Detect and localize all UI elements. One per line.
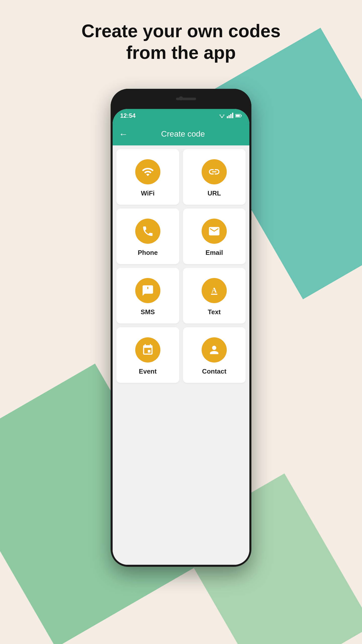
- event-icon: [142, 344, 154, 356]
- wifi-icon: [142, 166, 154, 178]
- phone-icon-circle: [135, 219, 160, 244]
- phone-speaker: [176, 98, 196, 100]
- svg-rect-5: [241, 115, 242, 116]
- email-label: Email: [206, 249, 223, 257]
- phone-frame: 12:54: [111, 89, 251, 567]
- text-icon: A: [208, 284, 220, 297]
- code-card-event[interactable]: Event: [116, 327, 179, 383]
- url-label: URL: [208, 189, 221, 197]
- text-icon-circle: A: [202, 278, 227, 303]
- battery-icon: [235, 114, 242, 118]
- wifi-status-icon: [219, 113, 225, 118]
- email-icon: [208, 225, 220, 237]
- status-time: 12:54: [120, 112, 135, 119]
- status-bar: 12:54: [113, 109, 249, 123]
- app-bar: ← Create code: [113, 123, 249, 145]
- phone-screen: 12:54: [113, 109, 249, 565]
- contact-icon-circle: [202, 337, 227, 363]
- svg-rect-8: [147, 289, 148, 290]
- phone-label: Phone: [138, 249, 158, 257]
- code-card-wifi[interactable]: WiFi: [116, 149, 179, 205]
- volume-button: [251, 189, 251, 210]
- contact-icon: [208, 344, 220, 356]
- phone-notch: [111, 89, 251, 109]
- app-bar-title: Create code: [133, 129, 243, 139]
- code-card-contact[interactable]: Contact: [183, 327, 246, 383]
- svg-rect-7: [145, 289, 146, 290]
- email-icon-circle: [202, 219, 227, 244]
- sms-icon-circle: [135, 278, 160, 303]
- svg-rect-6: [236, 115, 240, 117]
- wifi-icon-circle: [135, 159, 160, 184]
- event-icon-circle: [135, 337, 160, 363]
- code-card-email[interactable]: Email: [183, 209, 246, 264]
- svg-rect-9: [149, 289, 150, 290]
- code-card-text[interactable]: A Text: [183, 268, 246, 324]
- url-icon-circle: [202, 159, 227, 184]
- sms-icon: [142, 284, 154, 297]
- page-title: Create your own codes from the app: [81, 20, 281, 64]
- text-label: Text: [208, 308, 221, 316]
- svg-text:A: A: [212, 286, 217, 294]
- contact-label: Contact: [202, 368, 227, 375]
- phone-icon: [142, 225, 154, 237]
- event-label: Event: [139, 368, 157, 375]
- wifi-label: WiFi: [141, 189, 155, 197]
- signal-bars-icon: [227, 113, 233, 118]
- phone-mockup: 12:54: [111, 89, 251, 567]
- status-icons: [219, 113, 242, 118]
- sms-label: SMS: [141, 308, 155, 316]
- power-button: [251, 220, 251, 240]
- back-button[interactable]: ←: [119, 130, 128, 139]
- code-card-sms[interactable]: SMS: [116, 268, 179, 324]
- code-card-url[interactable]: URL: [183, 149, 246, 205]
- url-icon: [208, 166, 220, 178]
- code-grid: WiFi URL: [113, 145, 249, 565]
- code-card-phone[interactable]: Phone: [116, 209, 179, 264]
